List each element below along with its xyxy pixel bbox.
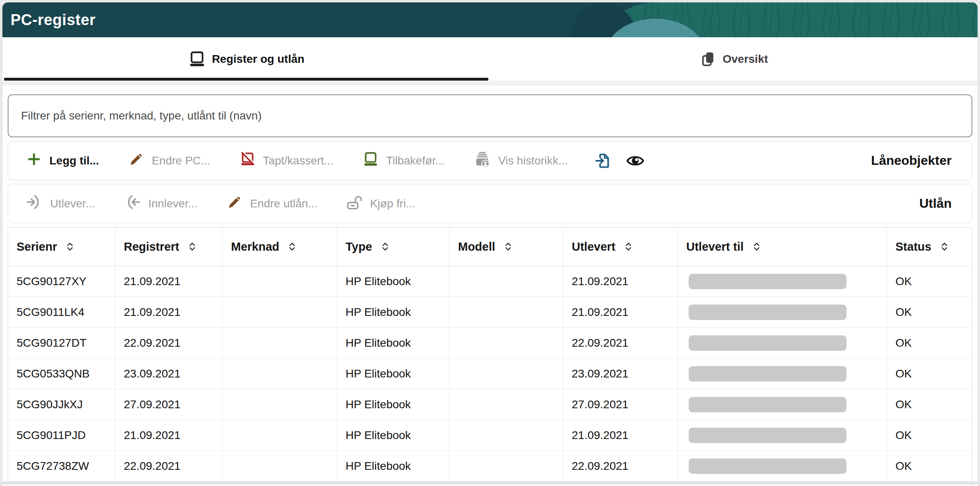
column-header-modell[interactable]: Modell [450,228,563,266]
column-header-type[interactable]: Type [337,228,450,266]
cell-status: OK [887,451,972,482]
column-header-serienr[interactable]: Serienr [8,228,115,266]
column-header-label: Registrert [124,240,179,254]
cell-merknad [223,328,337,358]
cell-utlevert_til [678,484,887,486]
cell-serienr: 5CG90127DT [8,328,115,358]
cell-serienr: 5CG90JJkXJ [8,389,115,420]
table-scroll-gap [2,482,978,484]
button-label: Endre utlån... [250,197,318,210]
eye-icon[interactable] [626,151,645,170]
column-header-label: Utlevert til [686,240,744,254]
column-header-utlevert_til[interactable]: Utlevert til [678,228,887,266]
button-label: Innlever... [148,197,197,210]
vis-historikk-button[interactable]: Vis historikk... [474,151,568,171]
cell-modell [450,484,563,486]
column-header-status[interactable]: Status [887,228,972,266]
tapt-kassert-button[interactable]: Tapt/kassert... [240,151,333,170]
cell-modell [450,328,563,358]
button-label: Legg til... [49,154,99,167]
endre-pc-button[interactable]: Endre PC... [128,151,210,170]
button-label: Endre PC... [152,154,210,167]
cell-utlevert_til [678,358,887,389]
main-content: Legg til... Endre PC... [2,94,978,486]
cell-merknad [223,451,337,482]
redacted-name-bar [689,397,846,412]
redacted-name-bar [689,458,846,474]
innlever-button[interactable]: Innlever... [124,194,197,213]
column-header-merknad[interactable]: Merknad [223,228,337,266]
cell-type: HP Elitebook [337,389,450,420]
cell-utlevert_til [678,266,887,297]
cell-serienr: 5CG9011PJD [8,420,115,451]
cell-utlevert_til [678,328,887,358]
table-row[interactable]: 5CG9011LK421.09.2021HP Elitebook21.09.20… [8,297,972,328]
cell-registrert: 22.09.2021 [115,328,223,358]
column-header-label: Serienr [17,240,57,254]
cell-registrert [115,484,223,486]
sort-icon [286,241,298,253]
column-header-label: Utlevert [572,240,615,254]
cell-utlevert [563,484,678,486]
laptop-icon [188,50,206,68]
legg-til-button[interactable]: Legg til... [26,151,99,170]
sort-icon [64,241,76,253]
cell-registrert: 22.09.2021 [115,451,223,482]
copy-pages-icon [700,51,717,68]
endre-utlan-button[interactable]: Endre utlån... [227,194,318,213]
plus-icon [26,151,42,170]
cell-merknad [223,484,337,486]
cell-utlevert: 21.09.2021 [563,266,678,297]
column-header-label: Status [895,240,931,254]
table-row[interactable]: 5CG9011PJD21.09.2021HP Elitebook21.09.20… [8,420,972,451]
cell-utlevert: 21.09.2021 [563,420,678,451]
active-tab-underline [4,78,488,81]
table-row[interactable]: 5CG90127DT22.09.2021HP Elitebook22.09.20… [8,328,972,358]
button-label: Vis historikk... [498,154,568,167]
section-divider [2,81,978,85]
cell-modell [450,297,563,328]
cell-utlevert: 22.09.2021 [563,328,678,358]
table-row[interactable]: 5CG0533QNB23.09.2021HP Elitebook23.09.20… [8,358,972,389]
table-row[interactable]: 5CG72738ZW22.09.2021HP Elitebook22.09.20… [8,451,972,482]
filter-input[interactable] [8,94,972,137]
cell-registrert: 21.09.2021 [115,420,223,451]
cell-modell [450,266,563,297]
tab-register-og-utlan[interactable]: Register og utlån [2,37,490,81]
cell-modell [450,389,563,420]
column-header-label: Type [346,240,372,254]
table-row[interactable]: 5CG90JJkXJ27.09.2021HP Elitebook27.09.20… [8,389,972,420]
table-row [8,484,972,486]
column-header-registrert[interactable]: Registrert [115,228,223,266]
cell-type: HP Elitebook [337,451,450,482]
cell-utlevert_til [678,389,887,420]
column-header-utlevert[interactable]: Utlevert [563,228,678,266]
tab-label: Oversikt [723,53,768,66]
toolbar-laneobjekter: Legg til... Endre PC... [8,141,972,180]
pencil-icon [128,151,144,170]
button-label: Tilbakefør... [386,154,445,167]
sort-icon [751,241,763,253]
cell-modell [450,451,563,482]
cell-modell [450,420,563,451]
button-label: Utlever... [50,197,95,210]
cell-type: HP Elitebook [337,420,450,451]
cell-registrert: 23.09.2021 [115,358,223,389]
table-row[interactable]: 5CG90127XY21.09.2021HP Elitebook21.09.20… [8,266,972,297]
tab-label: Register og utlån [212,53,305,66]
redacted-name-bar [689,305,846,320]
button-label: Tapt/kassert... [263,154,333,167]
cell-utlevert_til [678,451,887,482]
utlever-button[interactable]: Utlever... [26,194,95,213]
laptop-icon [363,151,379,170]
page-title: PC-register [11,11,95,29]
tab-oversikt[interactable]: Oversikt [490,37,978,81]
app-header: PC-register [2,2,978,37]
export-file-icon[interactable] [594,152,611,169]
cell-utlevert: 21.09.2021 [563,297,678,328]
app-window: PC-register Register og utlån Oversikt [2,2,978,486]
kjop-fri-button[interactable]: Kjøp fri... [346,194,415,213]
tilbakefor-button[interactable]: Tilbakefør... [363,151,445,170]
sort-icon [186,241,198,253]
cell-type: HP Elitebook [337,328,450,358]
